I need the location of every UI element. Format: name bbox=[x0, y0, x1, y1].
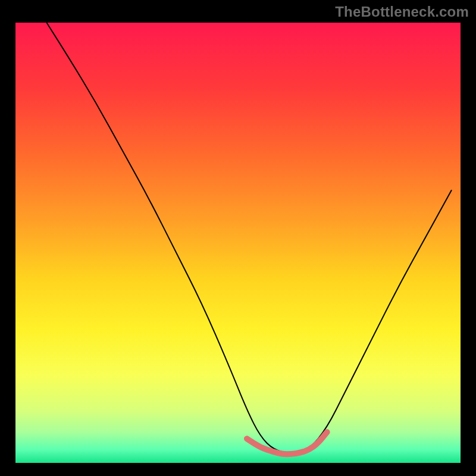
chart-container: TheBottleneck.com bbox=[0, 0, 476, 476]
watermark-label: TheBottleneck.com bbox=[335, 4, 469, 20]
gradient-background bbox=[15, 23, 461, 463]
chart-svg bbox=[15, 23, 461, 463]
plot-area bbox=[15, 23, 461, 463]
